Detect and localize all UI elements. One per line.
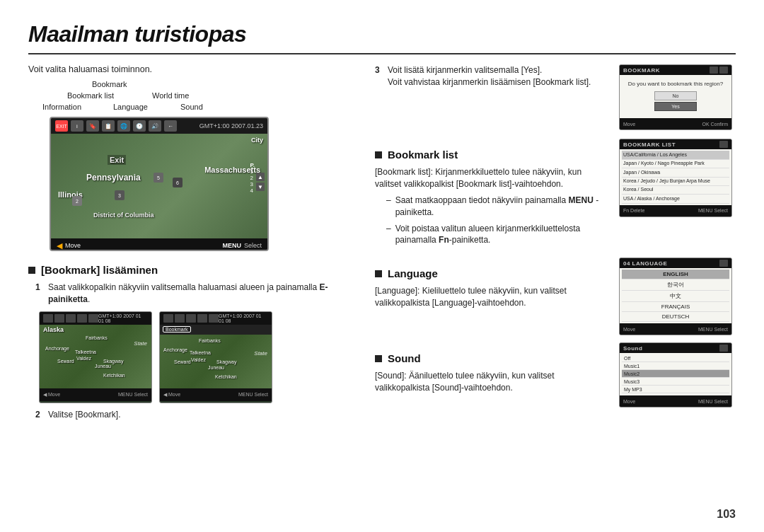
section-title-sound: Sound [388,352,421,364]
sound-music1[interactable]: Music1 [622,362,729,370]
label-sound: Sound [180,103,203,111]
alaska-icon-2-5 [209,314,219,323]
step-2-text: Valitse [Bookmark]. [48,409,354,421]
content-columns: Voit valita haluamasi toiminnon. Bookmar… [28,64,736,424]
back-btn[interactable]: ← [164,120,177,132]
lang-korean[interactable]: 한국어 [622,279,729,291]
step-3: 3 Voit lisätä kirjanmerkin valitsemalla … [375,64,609,88]
alaska-move-1: ◀ Move [43,392,60,398]
alaska-map-2: State Fairbanks Talkeetna Anchorage Skag… [160,335,272,388]
bookmark-dialog-screen-container: BOOKMARK Do you want to bookmark this re… [619,64,736,130]
move-label: Move [65,242,81,249]
bml-screen-title: BOOKMARK LIST [623,141,676,148]
bm-dialog-top: BOOKMARK [620,65,731,75]
gps-map-area: City Exit Pennsylvania Massachusetts Ill… [51,134,267,238]
lang-german[interactable]: DEUTSCH [622,312,729,322]
page-title: Maailman turistiopas [28,21,736,47]
step-1: 1 Saat valikkopalkin näkyviin valitsemal… [35,282,354,306]
intro-text: Voit valita haluamasi toiminnon. [28,64,354,74]
alaska-screen-1: GMT+1:00 2007 01 01 08 Alaska State Fair… [39,311,152,403]
step3-text-container: 3 Voit lisätä kirjanmerkin valitsemalla … [375,64,609,130]
gps-time-display: GMT+1:00 2007.01.23 [199,122,263,129]
sound-screen-body: Off Music1 Music2 Music3 My MP3 [620,353,731,395]
sound-screen-title: Sound [623,345,642,352]
bm-yes-btn[interactable]: Yes [654,102,697,111]
step-3-num: 3 [375,64,383,88]
bml-screen-footer: Fn Delete MENU Select [620,205,731,216]
bookmark-menu-item[interactable]: Bookmark [163,326,191,332]
scroll-arrows: ▲ ▼ [256,173,265,191]
bml-item-4: Korea / Seoul [622,186,729,195]
alaska-top-icons-1 [43,314,98,323]
bookmark-btn[interactable]: 🔖 [86,120,99,132]
lang-chinese[interactable]: 中文 [622,291,729,302]
anchorage-2: Anchorage [163,347,187,352]
bm-footer-right: OK Confirm [702,122,728,127]
exit-btn[interactable]: EXIT [55,120,68,132]
bm-top-icons [710,66,728,74]
section-sound-header: Sound [375,352,609,364]
gps-bottom-right: MENU Select [222,242,262,249]
sound-off[interactable]: Off [622,354,729,362]
state-badge-5: 5 [154,173,163,183]
section-title-bookmark-add: [Bookmark] lisääminen [41,264,158,276]
sound-screen-container: Sound Off Music1 Music2 Music3 My MP3 [619,342,736,407]
sound-row: Sound [Sound]: Ääniluettelo tulee näkyvi… [375,342,736,407]
talkeetna-label: Talkeetna [75,349,96,354]
state-numbers: P. 1 2 3 4 [250,162,255,194]
bm-footer-left: Move [623,122,635,127]
bml-item-0: USA/California / Los Angeles [622,151,729,159]
bookmark-list-text: Bookmark list [Bookmark list]: Kirjanmer… [375,139,609,250]
sound-music2[interactable]: Music2 [622,370,729,378]
menu-label: MENU [222,242,241,249]
bm-dialog-footer: Move OK Confirm [620,118,731,129]
gps-top-bar-left: EXIT i 🔖 📋 🌐 🕐 🔊 ← [55,120,177,132]
lang-screen-title: 04 LANGUAGE [623,260,667,267]
alaska-icon-2-4 [197,314,207,323]
step3-row: 3 Voit lisätä kirjanmerkin valitsemalla … [375,64,736,130]
section-square-bml [375,151,382,158]
step-2: 2 Valitse [Bookmark]. [35,409,354,421]
title-divider [28,53,736,54]
label-bookmark: Bookmark [92,80,127,88]
label-information: Information [42,103,81,111]
info-btn[interactable]: i [71,120,83,132]
sound-btn[interactable]: 🔊 [149,120,161,132]
lang-footer-left: Move [623,327,635,332]
section-title-bml: Bookmark list [388,149,458,161]
section-square-bookmark-add [28,267,35,274]
lang-french[interactable]: FRANÇAIS [622,302,729,312]
gps-bottom-bar: ◀ Move MENU Select [51,238,267,251]
bookmarkl-btn[interactable]: 📋 [102,120,115,132]
talkeetna-2: Talkeetna [190,350,211,355]
section-language-header: Language [375,267,609,279]
bm-dialog-title: BOOKMARK [623,67,660,74]
sound-mymp3[interactable]: My MP3 [622,386,729,393]
sound-music3[interactable]: Music3 [622,378,729,386]
bullet-2: – Voit poistaa valitun alueen kirjanmerk… [386,223,609,247]
bullet-dash-1: – [386,195,391,219]
ketchikan-2: Ketchikan [215,374,237,379]
bm-no-btn[interactable]: No [654,91,697,100]
bookmark-list-row: Bookmark list [Bookmark list]: Kirjanmer… [375,139,736,250]
sound-icon-1 [719,345,728,352]
ketchikan-label: Ketchikan [103,373,125,378]
gps-bottom-left: ◀ Move [57,241,81,250]
time-btn[interactable]: 🕐 [133,120,146,132]
section-title-lang: Language [388,267,438,279]
alaska-icon-4 [77,314,87,323]
alaska-icon-1 [43,314,53,323]
gps-city-label: City [251,137,263,144]
step-1-text: Saat valikkopalkin näkyviin valitsemalla… [48,282,354,306]
alaska-topbar-time-1: GMT+1:00 2007 01 01 08 [98,313,148,323]
alaska-icon-5 [88,314,98,323]
lang-btn[interactable]: 🌐 [117,120,130,132]
lang-english[interactable]: ENGLISH [622,270,729,279]
bookmark-list-intro: [Bookmark list]: Kirjanmerkkiluettelo tu… [375,166,609,190]
sound-footer-left: Move [623,399,635,404]
step-3-text: Voit lisätä kirjanmerkin valitsemalla [Y… [388,64,609,88]
alaska-label: Alaska [43,326,64,333]
bml-item-2: Japan / Okinawa [622,168,729,177]
alaska-screens-row: GMT+1:00 2007 01 01 08 Alaska State Fair… [39,311,354,403]
alaska-icon-2-2 [175,314,185,323]
